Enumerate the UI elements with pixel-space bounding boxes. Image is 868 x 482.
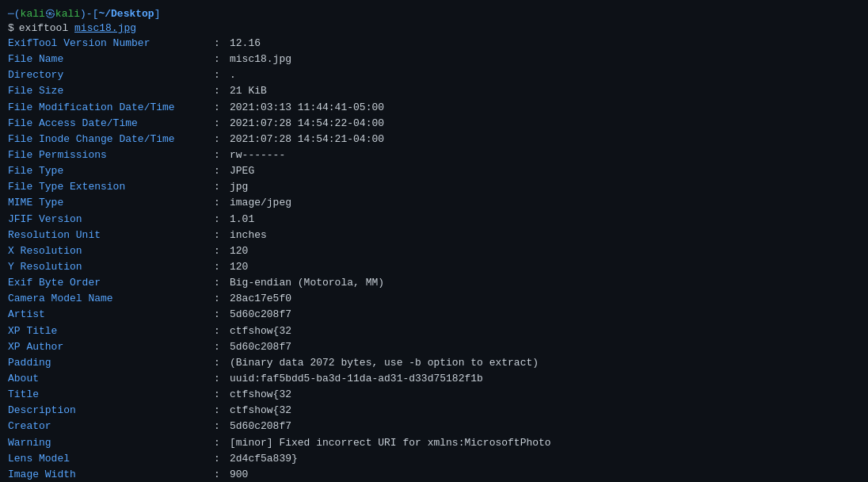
field-value: 12.16	[230, 36, 261, 52]
field-colon: :	[214, 291, 227, 307]
field-colon: :	[214, 100, 227, 116]
field-name: Warning	[8, 435, 214, 451]
field-name: Description	[8, 403, 214, 419]
field-colon: :	[214, 339, 227, 355]
field-name: File Access Date/Time	[8, 116, 214, 132]
field-value: 28ac17e5f0	[230, 291, 291, 307]
field-name: Image Width	[8, 467, 214, 482]
field-colon: :	[214, 371, 227, 387]
output-row: ExifTool Version Number: 12.16	[8, 36, 860, 52]
field-value: ctfshow{32	[230, 403, 291, 419]
output-row: X Resolution: 120	[8, 243, 860, 259]
field-value: 21 KiB	[230, 83, 267, 99]
field-name: File Inode Change Date/Time	[8, 132, 214, 147]
output-table: ExifTool Version Number: 12.16File Name:…	[8, 36, 860, 482]
prompt-dollar: $	[8, 22, 14, 34]
output-row: File Type Extension: jpg	[8, 179, 860, 195]
field-name: X Resolution	[8, 243, 214, 259]
output-row: Padding: (Binary data 2072 bytes, use -b…	[8, 355, 860, 371]
field-value: 2021:07:28 14:54:21-04:00	[230, 132, 384, 147]
field-colon: :	[214, 259, 227, 275]
output-row: Image Width: 900	[8, 467, 860, 482]
prompt-line-1: ─( kali ㉿ kali )-[ ~/Desktop ]	[8, 6, 860, 21]
field-value: [minor] Fixed incorrect URI for xmlns:Mi…	[230, 435, 551, 451]
field-value: 5d60c208f7	[230, 419, 291, 434]
output-row: File Permissions: rw-------	[8, 147, 860, 163]
output-row: JFIF Version: 1.01	[8, 212, 860, 228]
field-name: File Permissions	[8, 147, 214, 163]
field-name: MIME Type	[8, 195, 214, 211]
field-name: File Name	[8, 52, 214, 67]
field-value: uuid:faf5bdd5-ba3d-11da-ad31-d33d75182f1…	[230, 371, 483, 387]
field-name: Artist	[8, 307, 214, 323]
field-colon: :	[214, 147, 227, 163]
output-row: File Access Date/Time: 2021:07:28 14:54:…	[8, 116, 860, 132]
field-name: XP Title	[8, 323, 214, 339]
output-row: File Size: 21 KiB	[8, 83, 860, 99]
field-colon: :	[214, 228, 227, 243]
field-value: JPEG	[230, 163, 254, 179]
field-value: jpg	[230, 179, 248, 195]
field-name: Creator	[8, 419, 214, 434]
field-colon: :	[214, 67, 227, 83]
output-row: Y Resolution: 120	[8, 259, 860, 275]
output-row: Artist: 5d60c208f7	[8, 307, 860, 323]
field-value: 5d60c208f7	[230, 307, 291, 323]
field-name: File Type	[8, 163, 214, 179]
field-value: 2d4cf5a839}	[230, 451, 298, 467]
prompt-at: ㉿	[45, 6, 55, 21]
field-value: image/jpeg	[230, 195, 291, 211]
field-colon: :	[214, 275, 227, 291]
field-colon: :	[214, 179, 227, 195]
field-name: XP Author	[8, 339, 214, 355]
output-row: File Type: JPEG	[8, 163, 860, 179]
prompt-bracket-open: ─(	[8, 8, 21, 20]
field-value: ctfshow{32	[230, 323, 291, 339]
output-row: Camera Model Name: 28ac17e5f0	[8, 291, 860, 307]
output-row: XP Title: ctfshow{32	[8, 323, 860, 339]
field-colon: :	[214, 323, 227, 339]
field-name: Padding	[8, 355, 214, 371]
field-colon: :	[214, 83, 227, 99]
field-value: 120	[230, 259, 248, 275]
field-value: .	[230, 67, 236, 83]
output-row: XP Author: 5d60c208f7	[8, 339, 860, 355]
field-colon: :	[214, 52, 227, 67]
field-value: 5d60c208f7	[230, 339, 291, 355]
output-row: Lens Model: 2d4cf5a839}	[8, 451, 860, 467]
field-colon: :	[214, 195, 227, 211]
field-name: Camera Model Name	[8, 291, 214, 307]
prompt-user: kali	[21, 8, 45, 20]
field-colon: :	[214, 403, 227, 419]
field-colon: :	[214, 36, 227, 52]
field-colon: :	[214, 163, 227, 179]
field-name: File Type Extension	[8, 179, 214, 195]
command-name: exiftool	[19, 22, 68, 34]
prompt-separator: )-[	[80, 8, 98, 20]
field-value: ctfshow{32	[230, 387, 291, 403]
field-name: Exif Byte Order	[8, 275, 214, 291]
output-row: Exif Byte Order: Big-endian (Motorola, M…	[8, 275, 860, 291]
field-name: File Modification Date/Time	[8, 100, 214, 116]
field-name: Directory	[8, 67, 214, 83]
field-value: misc18.jpg	[230, 52, 291, 67]
output-row: Description: ctfshow{32	[8, 403, 860, 419]
field-value: inches	[230, 228, 267, 243]
output-row: Resolution Unit: inches	[8, 228, 860, 243]
field-value: 1.01	[230, 212, 254, 228]
field-colon: :	[214, 212, 227, 228]
field-name: JFIF Version	[8, 212, 214, 228]
field-name: Y Resolution	[8, 259, 214, 275]
field-colon: :	[214, 419, 227, 434]
field-value: 120	[230, 243, 248, 259]
output-row: File Modification Date/Time: 2021:03:13 …	[8, 100, 860, 116]
output-row: Directory: .	[8, 67, 860, 83]
field-value: 900	[230, 467, 248, 482]
field-value: (Binary data 2072 bytes, use -b option t…	[230, 355, 539, 371]
field-name: File Size	[8, 83, 214, 99]
output-row: File Inode Change Date/Time: 2021:07:28 …	[8, 132, 860, 147]
field-colon: :	[214, 307, 227, 323]
field-value: 2021:07:28 14:54:22-04:00	[230, 116, 384, 132]
field-colon: :	[214, 132, 227, 147]
field-name: Title	[8, 387, 214, 403]
